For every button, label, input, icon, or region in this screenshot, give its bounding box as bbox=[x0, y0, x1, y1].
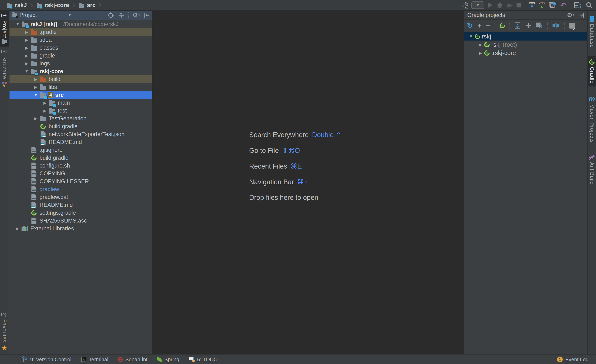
local-history-icon[interactable] bbox=[548, 2, 557, 9]
source-folder-icon bbox=[48, 99, 56, 107]
gear-dropdown-icon[interactable]: ⚙ bbox=[133, 12, 140, 18]
statusbar-item-event-log[interactable]: 1Event Log bbox=[557, 357, 589, 363]
project-tree-item[interactable]: COPYING.LESSER bbox=[9, 177, 152, 185]
chevron-right-icon[interactable]: ▶ bbox=[14, 226, 21, 231]
project-tree-item[interactable]: ▶logs bbox=[9, 59, 152, 67]
breadcrumb-item[interactable]: src bbox=[78, 2, 96, 9]
project-tree-item[interactable]: SHA256SUMS.asc bbox=[9, 217, 152, 225]
project-tree-item[interactable]: ▼4src bbox=[9, 91, 152, 99]
offline-mode-icon[interactable] bbox=[552, 22, 559, 29]
breadcrumb-item[interactable]: rskj-core bbox=[36, 2, 69, 9]
project-tree-item[interactable]: settings.gradle bbox=[9, 209, 152, 217]
refresh-icon[interactable]: ↻ bbox=[467, 22, 473, 29]
chevron-right-icon[interactable]: ▶ bbox=[23, 61, 30, 66]
chevron-right-icon[interactable]: ▶ bbox=[477, 51, 484, 55]
project-tree-item[interactable]: configure.sh bbox=[9, 162, 152, 170]
locate-icon[interactable] bbox=[107, 12, 114, 19]
project-tree-item[interactable]: ▶classes bbox=[9, 44, 152, 52]
chevron-right-icon[interactable]: ▶ bbox=[23, 45, 30, 50]
folder-icon bbox=[39, 83, 47, 91]
project-view-dropdown[interactable]: ▼ bbox=[68, 13, 72, 17]
search-everywhere-icon[interactable] bbox=[586, 2, 593, 9]
project-tree-item[interactable]: build.gradle bbox=[9, 154, 152, 162]
debug-icon[interactable] bbox=[496, 2, 503, 8]
chevron-right-icon[interactable]: ▶ bbox=[23, 30, 30, 35]
tool-window-button-gradle[interactable]: Gradle bbox=[588, 56, 596, 87]
project-tree-item[interactable]: .gitignore bbox=[9, 146, 152, 154]
project-tree-item[interactable]: ▼rskj-core bbox=[9, 67, 152, 75]
breadcrumb-item[interactable]: rskJ bbox=[6, 2, 27, 9]
chevron-right-icon[interactable]: ▶ bbox=[41, 108, 48, 113]
tool-window-button-maven-projects[interactable]: mMaven Projects bbox=[588, 92, 596, 146]
tool-window-button-ant-build[interactable]: Ant Build bbox=[588, 151, 596, 188]
run-icon[interactable] bbox=[488, 2, 492, 8]
tool-window-button--favorites[interactable]: 2: Favorites★ bbox=[0, 310, 9, 354]
shortcut-action: Go to File bbox=[249, 147, 279, 154]
gear-dropdown-icon[interactable]: ⚙ bbox=[567, 12, 574, 18]
statusbar-item--version-control[interactable]: 9: Version Control bbox=[22, 356, 71, 363]
project-tree-item[interactable]: ▶main bbox=[9, 99, 152, 107]
skip-icon[interactable]: ▶▶ bbox=[507, 2, 513, 8]
chevron-right-icon[interactable]: ▶ bbox=[23, 53, 30, 58]
bookmark-number-badge: 4 bbox=[48, 92, 53, 98]
hide-left-icon[interactable] bbox=[144, 12, 150, 19]
collapse-all-icon[interactable] bbox=[525, 22, 532, 29]
statusbar-item--todo[interactable]: 6: TODO bbox=[189, 357, 218, 363]
hide-right-icon[interactable] bbox=[579, 12, 585, 18]
vcs-commit-icon[interactable]: VCS▲ bbox=[539, 2, 545, 9]
chevron-right-icon[interactable]: ▶ bbox=[477, 42, 484, 47]
statusbar-item-spring[interactable]: Spring bbox=[157, 357, 179, 363]
chevron-down-icon[interactable]: ▼ bbox=[467, 34, 475, 39]
project-tree-item[interactable]: ▼rskJ [rskj]~/Documents/code/rskJ bbox=[9, 20, 152, 28]
project-tree-item[interactable]: ▶TestGeneration bbox=[9, 115, 152, 123]
tool-window-button--structure[interactable]: 7: Structure bbox=[0, 47, 9, 90]
project-tree-item[interactable]: ▶.gradle bbox=[9, 28, 152, 36]
project-tree-item[interactable]: build.gradle bbox=[9, 123, 152, 130]
chevron-right-icon[interactable]: ▶ bbox=[32, 85, 39, 90]
run-config-selector[interactable]: ▼ bbox=[471, 1, 484, 9]
chevron-right-icon[interactable]: ▶ bbox=[32, 77, 39, 82]
chevron-right-icon[interactable]: ▶ bbox=[32, 116, 39, 121]
chevron-right-icon[interactable]: ▶ bbox=[23, 38, 30, 42]
gradle-tree-item[interactable]: ▶rskj(root) bbox=[464, 41, 587, 49]
project-tree-item[interactable]: ▶build bbox=[9, 75, 152, 83]
shortcut-hint-row: Recent Files⌘E bbox=[249, 162, 341, 170]
group-modules-icon[interactable] bbox=[536, 22, 543, 29]
statusbar-item-terminal[interactable]: >_Terminal bbox=[81, 357, 108, 363]
project-tree-item[interactable]: COPYING bbox=[9, 170, 152, 177]
remove-icon[interactable]: − bbox=[486, 22, 490, 29]
left-tool-stripe: 1: Project7: Structure2: Favorites★ bbox=[0, 11, 9, 354]
project-tree-item[interactable]: MDREADME.md bbox=[9, 138, 152, 146]
project-tree-item[interactable]: MDREADME.md bbox=[9, 201, 152, 209]
project-tree-item[interactable]: ▶gradle bbox=[9, 52, 152, 59]
gradle-tree-item[interactable]: ▼rskj bbox=[464, 32, 587, 41]
stop-icon[interactable] bbox=[516, 3, 521, 7]
project-view-icon bbox=[12, 14, 17, 17]
collapse-all-icon[interactable] bbox=[118, 12, 125, 19]
layout-icon[interactable] bbox=[574, 2, 582, 9]
add-icon[interactable]: + bbox=[477, 22, 482, 29]
gradle-tree-item[interactable]: ▶:rskj-core bbox=[464, 49, 587, 57]
project-tree-item[interactable]: ▶.idea bbox=[9, 36, 152, 44]
project-tree-item[interactable]: gradlew bbox=[9, 185, 152, 193]
chevron-down-icon[interactable]: ▼ bbox=[23, 69, 30, 74]
chevron-down-icon[interactable]: ▼ bbox=[14, 22, 21, 27]
vcs-update-icon[interactable]: VCS▼ bbox=[529, 2, 535, 9]
chevron-down-icon[interactable]: ▼ bbox=[32, 93, 39, 97]
project-tree-item[interactable]: JSONnetworkStateExporterTest.json bbox=[9, 130, 152, 138]
chevron-right-icon[interactable]: ▶ bbox=[41, 101, 48, 105]
tool-window-button--project[interactable]: 1: Project bbox=[0, 11, 9, 47]
gradle-settings-icon[interactable]: ⚙ bbox=[569, 23, 575, 29]
project-tree-item[interactable]: ▶test bbox=[9, 107, 152, 115]
tool-window-button-database[interactable]: Database bbox=[588, 13, 596, 51]
project-tree-item[interactable]: ▶External Libraries bbox=[9, 225, 152, 233]
project-tree-item[interactable]: gradlew.bat bbox=[9, 193, 152, 201]
file-icon: MD bbox=[39, 138, 47, 146]
editor-empty-area[interactable]: Search EverywhereDouble ⇧Go to File⇧⌘ORe… bbox=[152, 11, 464, 354]
expand-all-icon[interactable] bbox=[514, 22, 521, 29]
undo-icon[interactable]: ↶ bbox=[560, 2, 566, 9]
gradle-icon[interactable] bbox=[499, 23, 505, 28]
update-project-icon[interactable]: ↓011001 bbox=[461, 1, 468, 9]
statusbar-item-sonarlint[interactable]: SonarLint bbox=[118, 357, 147, 363]
project-tree-item[interactable]: ▶libs bbox=[9, 83, 152, 91]
